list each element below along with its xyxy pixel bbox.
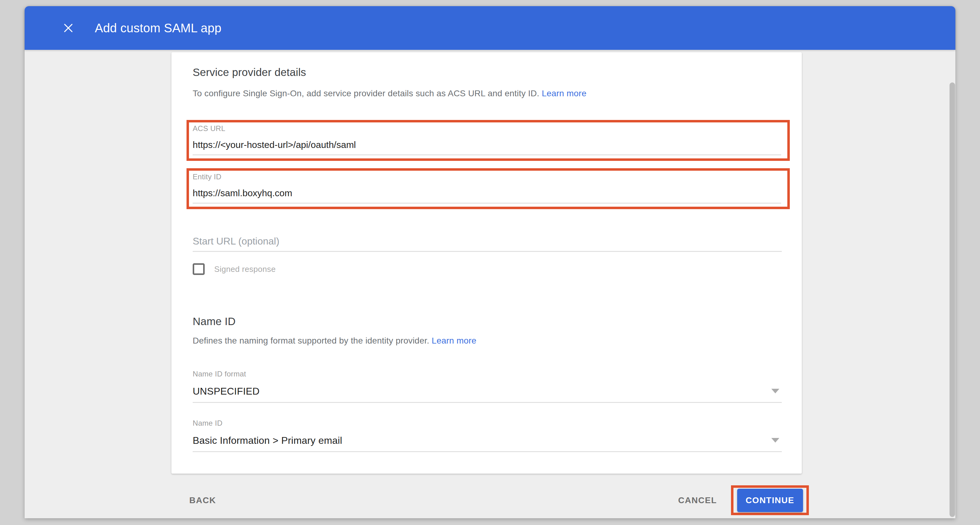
chevron-down-icon <box>771 389 780 393</box>
dialog-header: Add custom SAML app <box>25 6 955 50</box>
service-provider-heading: Service provider details <box>192 66 306 78</box>
entity-id-underline <box>192 203 781 204</box>
name-id-format-label: Name ID format <box>192 370 782 378</box>
cancel-button[interactable]: CANCEL <box>677 492 718 508</box>
entity-id-annotation-box: Entity ID <box>186 168 790 209</box>
learn-more-link-name-id[interactable]: Learn more <box>432 336 476 346</box>
service-provider-description: To configure Single Sign-On, add service… <box>192 89 586 98</box>
signed-response-row: Signed response <box>192 263 276 275</box>
add-custom-saml-app-dialog: Add custom SAML app Service provider det… <box>25 6 955 518</box>
service-provider-description-text: To configure Single Sign-On, add service… <box>192 89 539 98</box>
form-card: Service provider details To configure Si… <box>172 52 802 474</box>
acs-url-input[interactable] <box>192 140 781 150</box>
back-button[interactable]: BACK <box>188 492 217 508</box>
acs-url-underline <box>192 154 781 155</box>
close-button[interactable] <box>59 18 78 38</box>
continue-button[interactable]: CONTINUE <box>737 489 803 512</box>
name-id-format-value: UNSPECIFIED <box>192 386 782 397</box>
entity-id-label: Entity ID <box>192 173 781 181</box>
acs-url-annotation-box: ACS URL <box>186 120 790 161</box>
name-id-description-text: Defines the naming format supported by t… <box>192 336 430 346</box>
name-id-format-underline <box>192 402 782 403</box>
dialog-footer: BACK CANCEL CONTINUE <box>25 482 955 518</box>
scrollbar-thumb[interactable] <box>950 82 955 517</box>
acs-url-field: ACS URL <box>192 124 781 155</box>
name-id-heading: Name ID <box>192 315 236 328</box>
learn-more-link-service-provider[interactable]: Learn more <box>542 89 586 98</box>
continue-annotation-box: CONTINUE <box>731 485 809 515</box>
name-id-label: Name ID <box>192 419 782 428</box>
chevron-down-icon <box>771 438 780 443</box>
name-id-select[interactable]: Name ID Basic Information > Primary emai… <box>192 419 782 452</box>
screen-background: Add custom SAML app Service provider det… <box>0 0 980 525</box>
name-id-underline <box>192 451 782 452</box>
name-id-format-select[interactable]: Name ID format UNSPECIFIED <box>192 370 782 403</box>
acs-url-label: ACS URL <box>192 124 781 133</box>
name-id-description: Defines the naming format supported by t… <box>192 336 476 346</box>
name-id-value: Basic Information > Primary email <box>192 435 782 446</box>
close-icon <box>62 21 75 35</box>
start-url-input[interactable] <box>192 234 782 248</box>
signed-response-checkbox[interactable] <box>192 263 205 275</box>
entity-id-input[interactable] <box>192 188 781 198</box>
signed-response-label: Signed response <box>214 265 276 274</box>
start-url-field <box>192 234 782 252</box>
start-url-underline <box>192 251 782 252</box>
entity-id-field: Entity ID <box>192 173 781 204</box>
dialog-title: Add custom SAML app <box>95 21 221 35</box>
